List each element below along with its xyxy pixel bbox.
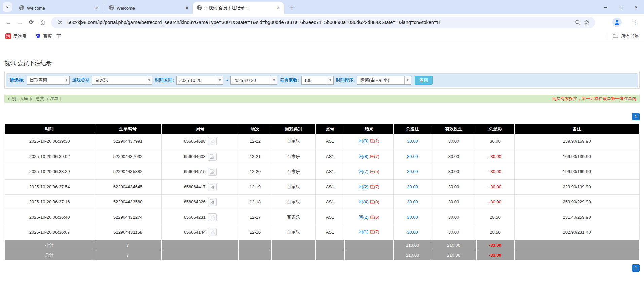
column-header-9: 总派彩 bbox=[476, 124, 514, 134]
video-replay-button[interactable] bbox=[208, 228, 217, 236]
cell-table-no: AS1 bbox=[316, 134, 344, 149]
total-bet-link[interactable]: 30.00 bbox=[407, 169, 418, 174]
tab-close-icon[interactable]: ✕ bbox=[275, 5, 281, 11]
video-replay-button[interactable] bbox=[208, 213, 217, 221]
chevron-down-icon[interactable]: ▼ bbox=[63, 76, 69, 84]
chevron-down-icon[interactable]: ▼ bbox=[271, 76, 277, 84]
maximize-button[interactable]: ▢ bbox=[613, 0, 629, 14]
chevron-down-icon[interactable]: ▼ bbox=[327, 76, 333, 84]
game-type-select[interactable]: 百家乐 ▼ bbox=[92, 76, 152, 85]
result-player: 闲(7) bbox=[358, 169, 368, 174]
cell-table-no: AS1 bbox=[316, 149, 344, 164]
cell-remark: 202.90/231.40 bbox=[514, 225, 639, 240]
page-1-button[interactable]: 1 bbox=[632, 113, 640, 120]
close-window-button[interactable]: ✕ bbox=[629, 0, 644, 14]
cell-remark: 139.90/169.90 bbox=[514, 134, 639, 149]
cell-total-bet: 30.00 bbox=[394, 210, 431, 225]
cell-result: 闲(7) 庄(5) bbox=[344, 164, 394, 179]
cell-total-bet: 30.00 bbox=[394, 179, 431, 194]
query-type-value: 日期查询 bbox=[27, 77, 63, 83]
reload-icon[interactable]: ⟳ bbox=[26, 17, 37, 28]
video-replay-button[interactable] bbox=[208, 137, 217, 145]
cell-time: 2025-10-20 06:39:02 bbox=[5, 149, 94, 164]
pagination-bottom: 1 bbox=[4, 264, 640, 272]
video-replay-button[interactable] bbox=[208, 168, 217, 176]
result-banker: 庄(7) bbox=[370, 229, 379, 234]
all-bookmarks[interactable]: 所有书签 bbox=[607, 33, 639, 40]
cell-time: 2025-10-20 06:37:54 bbox=[5, 179, 94, 194]
cell-game-type: 百家乐 bbox=[271, 134, 316, 149]
cell-game-type: 百家乐 bbox=[271, 179, 316, 194]
result-player: 闲(4) bbox=[358, 199, 368, 204]
browser-menu-icon[interactable]: ⋮ bbox=[631, 19, 639, 26]
site-settings-tune-icon[interactable] bbox=[55, 18, 64, 27]
column-header-6: 结果 bbox=[344, 124, 394, 134]
cell-table-no: AS1 bbox=[316, 225, 344, 240]
bookmark-baidu[interactable]: 百度一下 bbox=[35, 33, 61, 40]
select-type-label: 请选择: bbox=[10, 77, 24, 83]
globe-favicon-icon bbox=[197, 5, 202, 11]
cell-remark: 231.40/259.90 bbox=[514, 210, 639, 225]
cell-game-type: 百家乐 bbox=[271, 194, 316, 210]
tab-welcome-1[interactable]: Welcome ✕ bbox=[15, 2, 103, 14]
forward-icon[interactable]: → bbox=[14, 17, 26, 28]
cell-total-bet: 30.00 bbox=[394, 164, 431, 179]
valid-bet-notice-text: 同局有效投注，统一计算在该局第一张注单内 bbox=[552, 96, 636, 102]
total-bet-link[interactable]: 30.00 bbox=[407, 139, 418, 144]
cell-time: 2025-10-20 06:39:30 bbox=[5, 134, 94, 149]
total-bet-link[interactable]: 30.00 bbox=[407, 199, 418, 204]
cell-game-type: 百家乐 bbox=[271, 149, 316, 164]
chevron-down-icon[interactable]: ▼ bbox=[146, 76, 152, 84]
minimize-button[interactable]: ─ bbox=[598, 0, 613, 14]
cell-payout: -30.00 bbox=[476, 194, 514, 210]
query-type-select[interactable]: 日期查询 ▼ bbox=[27, 76, 70, 85]
video-replay-button[interactable] bbox=[208, 183, 217, 191]
bookmark-star-icon[interactable] bbox=[582, 18, 591, 27]
cell-valid-bet: 30.00 bbox=[431, 179, 476, 194]
video-replay-button[interactable] bbox=[208, 198, 217, 206]
page-size-label: 每页笔数: bbox=[280, 77, 299, 83]
total-row: 总计7210.00210.00-33.00 bbox=[5, 250, 639, 260]
query-button[interactable]: 查询 bbox=[415, 76, 433, 85]
cell-bet-id: 522904434645 bbox=[94, 179, 161, 194]
pagination-top: 1 bbox=[4, 113, 640, 120]
sort-order-select[interactable]: 降冪(由大到小) ▼ bbox=[357, 76, 411, 85]
page-title: 视讯 会员下注纪录 bbox=[4, 59, 640, 67]
cell-result: 闲(9) 庄(1) bbox=[344, 134, 394, 149]
zoom-out-icon[interactable] bbox=[573, 18, 582, 27]
result-banker: 庄(6) bbox=[370, 215, 379, 220]
total-bet-link[interactable]: 30.00 bbox=[407, 230, 418, 235]
summary-payout: -33.00 bbox=[476, 240, 514, 250]
url-text[interactable]: 66cxkj98.com/ipl/portal.php/game/betreco… bbox=[67, 20, 573, 25]
address-bar[interactable]: 66cxkj98.com/ipl/portal.php/game/betreco… bbox=[51, 17, 595, 28]
cell-result: 闲(2) 庄(7) bbox=[344, 179, 394, 194]
column-header-1: 注单编号 bbox=[94, 124, 161, 134]
summary-payout: -33.00 bbox=[476, 250, 514, 260]
video-replay-button[interactable] bbox=[208, 153, 217, 161]
profile-avatar[interactable] bbox=[612, 18, 622, 27]
bookmark-aitaobao[interactable]: 淘 爱淘宝 bbox=[5, 33, 27, 39]
tab-close-icon[interactable]: ✕ bbox=[94, 5, 100, 11]
date-from-input[interactable]: 2025-10-20 ▼ bbox=[176, 76, 223, 85]
column-header-0: 时间 bbox=[5, 124, 94, 134]
cell-time: 2025-10-20 06:36:07 bbox=[5, 225, 94, 240]
cell-session: 12-18 bbox=[239, 194, 271, 210]
result-player: 闲(9) bbox=[358, 138, 368, 143]
page-size-select[interactable]: 100 ▼ bbox=[301, 76, 334, 85]
cell-result: 闲(1) 庄(7) bbox=[344, 225, 394, 240]
tab-search-button[interactable]: ˅ bbox=[3, 2, 12, 12]
back-icon[interactable]: ← bbox=[3, 17, 14, 28]
date-to-input[interactable]: 2025-10-20 ▼ bbox=[230, 76, 277, 85]
total-bet-link[interactable]: 30.00 bbox=[407, 154, 418, 159]
tab-close-icon[interactable]: ✕ bbox=[184, 5, 190, 11]
total-bet-link[interactable]: 30.00 bbox=[407, 215, 418, 220]
total-bet-link[interactable]: 30.00 bbox=[407, 184, 418, 189]
page-1-button[interactable]: 1 bbox=[632, 264, 640, 272]
tab-welcome-2[interactable]: Welcome ✕ bbox=[105, 2, 193, 14]
new-tab-button[interactable]: + bbox=[287, 2, 297, 12]
result-banker: 庄(5) bbox=[370, 169, 379, 174]
tab-betrecord-active[interactable]: :::视讯 会员下注纪录::: ✕ bbox=[193, 2, 284, 14]
chevron-down-icon[interactable]: ▼ bbox=[404, 76, 411, 84]
home-icon[interactable] bbox=[37, 17, 48, 28]
chevron-down-icon[interactable]: ▼ bbox=[217, 76, 223, 84]
